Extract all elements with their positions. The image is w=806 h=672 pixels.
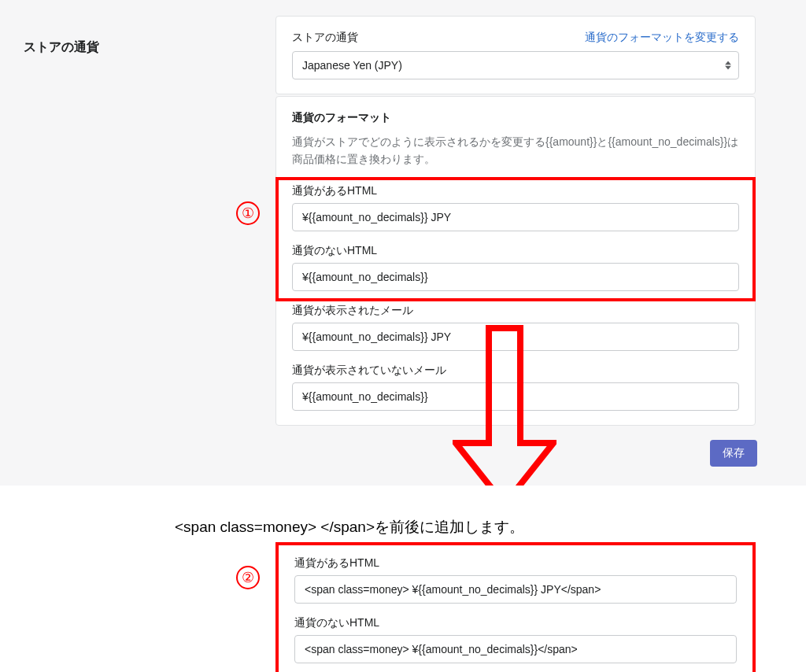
html-without-currency-label-2: 通貨のないHTML [294,616,737,630]
currency-format-title: 通貨のフォーマット [292,111,739,125]
annotation-badge-1: ① [236,201,260,225]
currency-format-description: 通貨がストアでどのように表示されるかを変更する{{amount}}と{{amou… [292,133,739,168]
email-without-currency-label: 通貨が表示されていないメール [292,364,739,378]
html-with-currency-input-2[interactable] [294,575,737,604]
currency-select[interactable]: Japanese Yen (JPY) [292,51,739,79]
annotation-instruction: <span class=money> </span>を前後に追加します。 [175,517,806,537]
html-with-currency-label-2: 通貨があるHTML [294,556,737,570]
html-without-currency-input-2[interactable] [294,635,737,663]
save-button[interactable]: 保存 [710,440,757,467]
store-currency-label: ストアの通貨 [292,31,358,45]
page-section-title: ストアの通貨 [24,39,275,56]
annotation-box-2: 通貨があるHTML 通貨のないHTML [275,542,756,672]
html-with-currency-label: 通貨があるHTML [292,184,739,198]
email-with-currency-label: 通貨が表示されたメール [292,304,739,318]
change-format-link[interactable]: 通貨のフォーマットを変更する [585,31,739,45]
html-without-currency-label: 通貨のないHTML [292,244,739,258]
annotation-badge-2: ② [236,566,260,589]
select-chevrons-icon [725,61,731,70]
html-with-currency-input[interactable] [292,203,739,231]
store-currency-card: ストアの通貨 通貨のフォーマットを変更する Japanese Yen (JPY) [275,16,756,94]
html-without-currency-input[interactable] [292,263,739,291]
currency-format-card: 通貨のフォーマット 通貨がストアでどのように表示されるかを変更する{{amoun… [275,96,756,426]
email-with-currency-input[interactable] [292,323,739,351]
email-without-currency-input[interactable] [292,382,739,411]
